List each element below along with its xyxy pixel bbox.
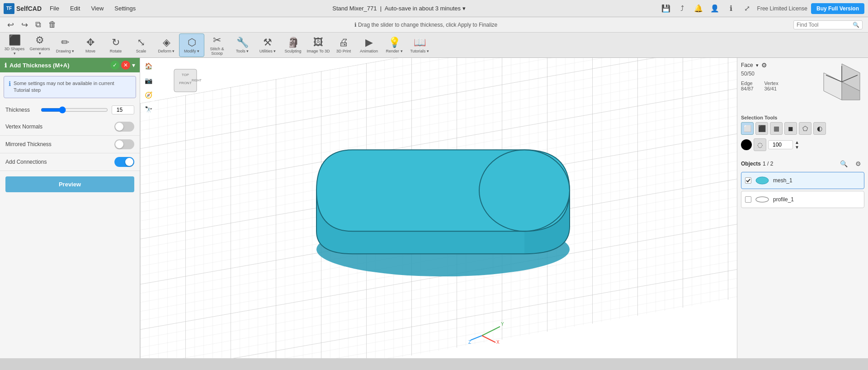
topbar-actions: 💾 ⤴ 🔔 👤 ℹ ⤢ Free Limited License Buy Ful…: [660, 2, 864, 15]
sel-vertex-btn[interactable]: ◼: [784, 122, 797, 135]
pattern-btn[interactable]: ◌: [754, 138, 766, 151]
zoom-icon[interactable]: 🔭: [142, 103, 155, 116]
face-dropdown[interactable]: ▾: [756, 62, 759, 68]
home-icon[interactable]: 🏠: [142, 60, 155, 72]
buy-button[interactable]: Buy Full Version: [811, 3, 864, 14]
share-button[interactable]: ⤴: [676, 2, 689, 15]
selection-tools-label: Selection Tools: [741, 115, 864, 120]
main-content: ℹ Add Thickness (M+A) ✓ ✕ ▾ ℹ Some setti…: [0, 58, 868, 358]
settings-menu[interactable]: Settings: [112, 3, 138, 14]
tutorials-icon: 📖: [414, 37, 426, 48]
compass-icon[interactable]: 🧭: [142, 89, 155, 101]
mirrored-thickness-knob: [115, 140, 123, 148]
delete-button[interactable]: 🗑: [47, 19, 58, 30]
account-button[interactable]: 👤: [708, 2, 721, 15]
toolbar-deform[interactable]: ◈ Deform ▾: [154, 33, 179, 57]
toolbar-drawing[interactable]: ✏ Drawing ▾: [52, 33, 78, 57]
edge-vertex-info: Edge 84/87 Vertex 36/41: [741, 81, 778, 91]
toolbar-move[interactable]: ✥ Move: [78, 33, 103, 57]
toolbar-sculpting[interactable]: 🗿 Sculpting: [280, 33, 306, 57]
modify-icon: ⬡: [188, 37, 196, 48]
deform-icon: ◈: [163, 37, 170, 48]
file-menu[interactable]: File: [47, 3, 62, 14]
toolbar-3d-shapes[interactable]: ⬛ 3D Shapes ▾: [2, 33, 27, 57]
app-name: SelfCAD: [16, 5, 42, 12]
gear-icon[interactable]: ⚙: [761, 62, 767, 69]
toolbar-render[interactable]: 💡 Render ▾: [382, 33, 407, 57]
thickness-input[interactable]: [112, 105, 134, 114]
sel-paint-btn[interactable]: ◐: [813, 122, 826, 135]
edit-menu[interactable]: Edit: [67, 3, 83, 14]
panel-header-actions: ✓ ✕ ▾: [110, 61, 135, 70]
utilities-icon: ⚒: [263, 37, 272, 48]
toolbar-utilities[interactable]: ⚒ Utilities ▾: [255, 33, 280, 57]
svg-line-12: [471, 336, 482, 340]
svg-point-22: [756, 177, 769, 184]
thickness-row: Thickness: [0, 102, 140, 118]
object-item-mesh1[interactable]: mesh_1: [741, 172, 864, 189]
sculpting-icon: 🗿: [287, 37, 299, 48]
fullscreen-button[interactable]: ⤢: [741, 2, 754, 15]
vertex-normals-toggle[interactable]: [114, 122, 134, 132]
autosave-dropdown[interactable]: ▾: [462, 5, 466, 12]
objects-label: Objects: [741, 161, 761, 167]
save-button[interactable]: 💾: [660, 2, 672, 15]
svg-line-10: [482, 327, 500, 336]
search-objects-button[interactable]: 🔍: [837, 157, 850, 170]
vertex-normals-label: Vertex Normals: [5, 123, 114, 130]
view-cube-small: TOP FRONT RIGHT: [167, 67, 203, 100]
sel-edge-btn[interactable]: ▦: [770, 122, 783, 135]
move-icon: ✥: [86, 37, 94, 48]
thickness-slider[interactable]: [41, 106, 108, 114]
hint-message: ℹ Drag the slider to change thickness, c…: [62, 22, 790, 28]
view-cube-3d[interactable]: [819, 62, 864, 111]
toolbar-generators[interactable]: ⚙ Generators ▾: [27, 33, 52, 57]
sel-box-btn[interactable]: ⬛: [755, 122, 768, 135]
notifications-button[interactable]: 🔔: [692, 2, 705, 15]
toolbar-scale[interactable]: ⤡ Scale: [128, 33, 154, 57]
sel-lasso-btn[interactable]: ⬠: [799, 122, 811, 135]
sel-face-btn[interactable]: ⬜: [741, 122, 754, 135]
add-connections-toggle[interactable]: [114, 157, 134, 167]
autosave-status: Auto-save in about 3 minutes: [385, 5, 461, 12]
drawing-icon: ✏: [61, 37, 69, 48]
toolbar-stitch[interactable]: ✂ Stitch & Scoop: [204, 33, 230, 57]
find-tool-input[interactable]: [797, 22, 851, 28]
toolbar-modify[interactable]: ⬡ Modify ▾: [179, 33, 204, 57]
canvas-area[interactable]: 🏠 📷 🧭 🔭 TOP FRONT RIGHT Y Z X: [140, 58, 737, 358]
objects-count: 1 / 2: [763, 161, 773, 167]
opacity-spinner[interactable]: ▲▼: [795, 140, 799, 150]
redo-button[interactable]: ↪: [19, 19, 30, 31]
objects-header: Objects 1 / 2 🔍 ⚙: [741, 157, 864, 170]
toolbar-tools[interactable]: 🔧 Tools ▾: [230, 33, 255, 57]
object-item-profile1[interactable]: profile_1: [741, 191, 864, 208]
left-panel: ℹ Add Thickness (M+A) ✓ ✕ ▾ ℹ Some setti…: [0, 58, 140, 358]
preview-button[interactable]: Preview: [5, 176, 134, 192]
toolbar-tutorials[interactable]: 📖 Tutorials ▾: [407, 33, 432, 57]
mirrored-thickness-toggle[interactable]: [114, 139, 134, 149]
right-panel: Face ▾ ⚙ 50/50 Edge 84/87 Vertex 36/41: [737, 58, 868, 358]
camera-icon[interactable]: 📷: [142, 74, 155, 87]
cancel-button[interactable]: ✕: [121, 61, 130, 70]
view-menu[interactable]: View: [88, 3, 106, 14]
toolbar-3d-print[interactable]: 🖨 3D Print: [331, 33, 356, 57]
toolbar-animation[interactable]: ▶ Animation: [356, 33, 382, 57]
panel-dropdown-button[interactable]: ▾: [132, 61, 135, 70]
info-icon-small: ℹ: [5, 62, 7, 69]
confirm-button[interactable]: ✓: [110, 61, 119, 70]
undo-button[interactable]: ↩: [5, 19, 16, 31]
toolbar-rotate[interactable]: ↻ Rotate: [103, 33, 128, 57]
edge-info: Edge 84/87: [741, 81, 754, 91]
document-title: Stand Mixer_771: [332, 5, 377, 12]
3d-print-icon: 🖨: [339, 37, 349, 48]
mesh1-checkbox[interactable]: [745, 177, 751, 184]
info-button[interactable]: ℹ: [725, 2, 737, 15]
svg-marker-17: [824, 73, 842, 100]
profile1-checkbox[interactable]: [745, 196, 751, 203]
objects-settings-button[interactable]: ⚙: [852, 157, 864, 170]
svg-text:RIGHT: RIGHT: [192, 79, 202, 82]
copy-button[interactable]: ⧉: [33, 19, 43, 30]
toolbar-image-to-3d[interactable]: 🖼 Image To 3D: [306, 33, 331, 57]
color-picker[interactable]: [741, 139, 752, 150]
opacity-input[interactable]: [768, 140, 793, 149]
